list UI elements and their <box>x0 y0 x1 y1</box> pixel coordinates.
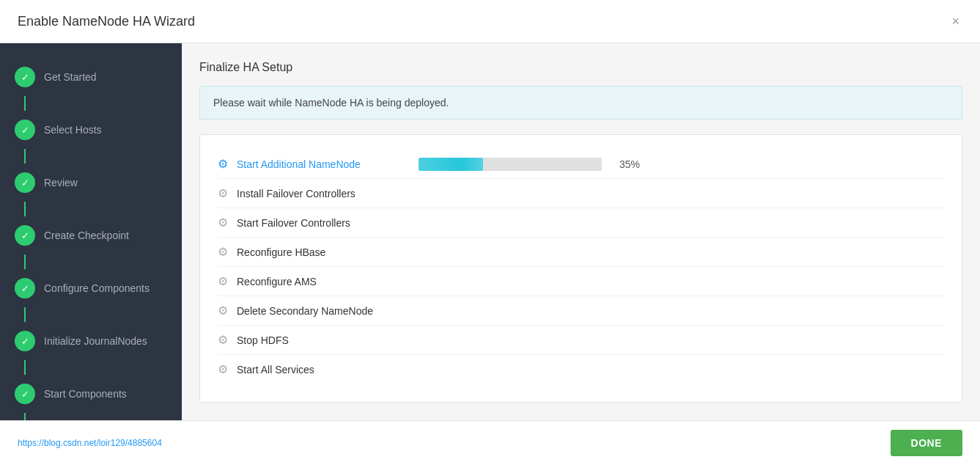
step-connector <box>24 202 26 216</box>
step-label-review: Review <box>44 177 78 188</box>
step-circle-create-checkpoint: ✓ <box>15 225 35 246</box>
step-circle-review: ✓ <box>15 172 35 193</box>
sidebar-item-get-started: ✓Get Started <box>0 58 182 96</box>
task-label-install-failover-controllers: Install Failover Controllers <box>237 188 398 199</box>
dialog-header: Enable NameNode HA Wizard × <box>0 0 980 43</box>
gear-icon-install-failover-controllers: ⚙ <box>218 186 228 200</box>
step-label-start-components: Start Components <box>44 388 127 400</box>
task-row-install-failover-controllers: ⚙Install Failover Controllers <box>218 179 944 208</box>
footer-link[interactable]: https://blog.csdn.net/loir129/4885604 <box>18 438 162 448</box>
step-connector <box>24 255 26 269</box>
step-connector <box>24 149 26 164</box>
task-row-reconfigure-hbase: ⚙Reconfigure HBase <box>218 238 944 267</box>
progress-bar-fill-start-additional-namenode <box>419 158 483 171</box>
task-label-reconfigure-hbase: Reconfigure HBase <box>237 246 398 258</box>
step-label-configure-components: Configure Components <box>44 282 150 294</box>
close-button[interactable]: × <box>948 12 962 31</box>
gear-icon-start-all-services: ⚙ <box>218 362 228 376</box>
step-label-get-started: Get Started <box>44 71 97 83</box>
steps-container: ⚙Start Additional NameNode35%⚙Install Fa… <box>199 134 962 403</box>
gear-icon-reconfigure-hbase: ⚙ <box>218 245 228 259</box>
dialog-footer: https://blog.csdn.net/loir129/4885604 DO… <box>0 420 980 465</box>
sidebar-item-initialize-journalnodes: ✓Initialize JournalNodes <box>0 322 182 360</box>
step-circle-start-components: ✓ <box>15 384 35 404</box>
step-connector <box>24 360 26 375</box>
gear-icon-reconfigure-ams: ⚙ <box>218 274 228 288</box>
task-label-start-additional-namenode: Start Additional NameNode <box>237 158 398 170</box>
sidebar: ✓Get Started✓Select Hosts✓Review✓Create … <box>0 43 182 420</box>
progress-label-start-additional-namenode: 35% <box>619 158 640 170</box>
dialog: Enable NameNode HA Wizard × ✓Get Started… <box>0 0 980 465</box>
task-row-start-failover-controllers: ⚙Start Failover Controllers <box>218 208 944 238</box>
task-label-delete-secondary-namenode: Delete Secondary NameNode <box>237 305 398 317</box>
gear-icon-start-additional-namenode: ⚙ <box>218 157 228 171</box>
task-row-start-all-services: ⚙Start All Services <box>218 355 944 384</box>
sidebar-item-start-components: ✓Start Components <box>0 375 182 413</box>
step-label-create-checkpoint: Create Checkpoint <box>44 230 129 241</box>
step-connector <box>24 307 26 322</box>
sidebar-item-select-hosts: ✓Select Hosts <box>0 111 182 149</box>
task-label-stop-hdfs: Stop HDFS <box>237 334 398 346</box>
main-content: Finalize HA Setup Please wait while Name… <box>182 43 980 420</box>
step-circle-configure-components: ✓ <box>15 278 35 299</box>
sidebar-item-create-checkpoint: ✓Create Checkpoint <box>0 216 182 255</box>
task-row-delete-secondary-namenode: ⚙Delete Secondary NameNode <box>218 296 944 326</box>
task-label-reconfigure-ams: Reconfigure AMS <box>237 276 398 288</box>
step-label-select-hosts: Select Hosts <box>44 124 102 136</box>
task-row-start-additional-namenode: ⚙Start Additional NameNode35% <box>218 150 944 179</box>
dialog-body: ✓Get Started✓Select Hosts✓Review✓Create … <box>0 43 980 420</box>
section-title: Finalize HA Setup <box>199 61 962 74</box>
step-circle-initialize-journalnodes: ✓ <box>15 331 35 351</box>
step-connector <box>24 413 26 420</box>
step-connector <box>24 96 26 111</box>
gear-icon-start-failover-controllers: ⚙ <box>218 216 228 230</box>
sidebar-item-configure-components: ✓Configure Components <box>0 269 182 307</box>
done-button[interactable]: DONE <box>891 430 962 456</box>
gear-icon-delete-secondary-namenode: ⚙ <box>218 304 228 318</box>
gear-icon-stop-hdfs: ⚙ <box>218 333 228 347</box>
step-circle-get-started: ✓ <box>15 67 35 87</box>
step-label-initialize-journalnodes: Initialize JournalNodes <box>44 335 147 347</box>
sidebar-item-review: ✓Review <box>0 164 182 202</box>
info-banner: Please wait while NameNode HA is being d… <box>199 86 962 120</box>
dialog-title: Enable NameNode HA Wizard <box>18 14 195 29</box>
task-label-start-failover-controllers: Start Failover Controllers <box>237 217 398 229</box>
step-circle-select-hosts: ✓ <box>15 120 35 140</box>
task-label-start-all-services: Start All Services <box>237 364 398 376</box>
task-row-reconfigure-ams: ⚙Reconfigure AMS <box>218 267 944 296</box>
progress-bar-container-start-additional-namenode <box>419 158 602 171</box>
task-row-stop-hdfs: ⚙Stop HDFS <box>218 326 944 355</box>
